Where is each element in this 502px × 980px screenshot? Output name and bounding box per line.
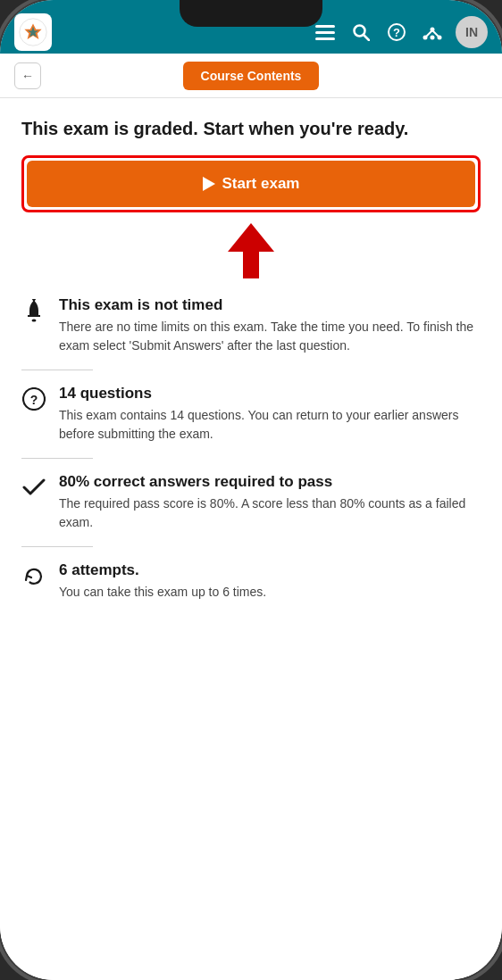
- refresh-icon: [21, 563, 46, 588]
- svg-point-14: [32, 320, 37, 322]
- exam-heading: This exam is graded. Start when you're r…: [21, 116, 481, 141]
- nav-bar: ← Course Contents: [0, 54, 502, 98]
- svg-text:?: ?: [30, 393, 38, 407]
- info-row-timed: This exam is not timed There are no time…: [21, 296, 481, 355]
- phone-screen: ? IN: [0, 0, 502, 980]
- questions-title: 14 questions: [59, 385, 481, 403]
- pass-title: 80% correct answers required to pass: [59, 473, 481, 491]
- red-arrow-indicator: [21, 223, 481, 278]
- attempts-title: 6 attempts.: [59, 561, 481, 579]
- question-circle-icon: ?: [21, 386, 46, 411]
- timed-desc: There are no time limits on this exam. T…: [59, 318, 481, 355]
- start-exam-highlight: Start exam: [21, 155, 481, 212]
- network-icon[interactable]: [420, 20, 445, 45]
- divider-3: [21, 546, 93, 547]
- phone-notch: [180, 0, 322, 27]
- arrow-body: [243, 252, 259, 278]
- back-button[interactable]: ←: [14, 62, 41, 89]
- svg-text:?: ?: [393, 26, 400, 39]
- svg-rect-3: [315, 37, 335, 40]
- info-row-attempts: 6 attempts. You can take this exam up to…: [21, 561, 481, 602]
- search-icon[interactable]: [348, 20, 373, 45]
- play-icon: [203, 177, 215, 191]
- info-content-pass: 80% correct answers required to pass The…: [59, 473, 481, 532]
- divider-2: [21, 458, 93, 459]
- svg-point-13: [431, 28, 435, 32]
- info-row-questions: ? 14 questions This exam contains 14 que…: [21, 385, 481, 444]
- start-exam-button[interactable]: Start exam: [27, 161, 475, 207]
- arrowhead: [228, 223, 274, 252]
- info-content-attempts: 6 attempts. You can take this exam up to…: [59, 561, 481, 602]
- timed-title: This exam is not timed: [59, 296, 481, 314]
- course-contents-button[interactable]: Course Contents: [183, 62, 320, 90]
- info-content-timed: This exam is not timed There are no time…: [59, 296, 481, 355]
- help-icon[interactable]: ?: [384, 20, 409, 45]
- svg-point-9: [431, 36, 435, 40]
- menu-icon[interactable]: [313, 20, 338, 45]
- checkmark-icon: [21, 475, 46, 500]
- info-row-pass: 80% correct answers required to pass The…: [21, 473, 481, 532]
- svg-rect-1: [315, 25, 335, 28]
- divider-1: [21, 370, 93, 370]
- info-content-questions: 14 questions This exam contains 14 quest…: [59, 385, 481, 444]
- questions-desc: This exam contains 14 questions. You can…: [59, 406, 481, 444]
- svg-line-5: [364, 35, 369, 40]
- attempts-desc: You can take this exam up to 6 times.: [59, 583, 481, 602]
- pass-desc: The required pass score is 80%. A score …: [59, 494, 481, 532]
- main-content: This exam is graded. Start when you're r…: [0, 98, 502, 980]
- svg-rect-2: [315, 31, 335, 34]
- app-logo[interactable]: [14, 13, 52, 51]
- arrow-up: [228, 223, 274, 278]
- avatar[interactable]: IN: [456, 16, 488, 48]
- bell-icon: [21, 298, 46, 323]
- start-exam-container: Start exam: [21, 155, 481, 212]
- phone-frame: ? IN: [0, 0, 502, 980]
